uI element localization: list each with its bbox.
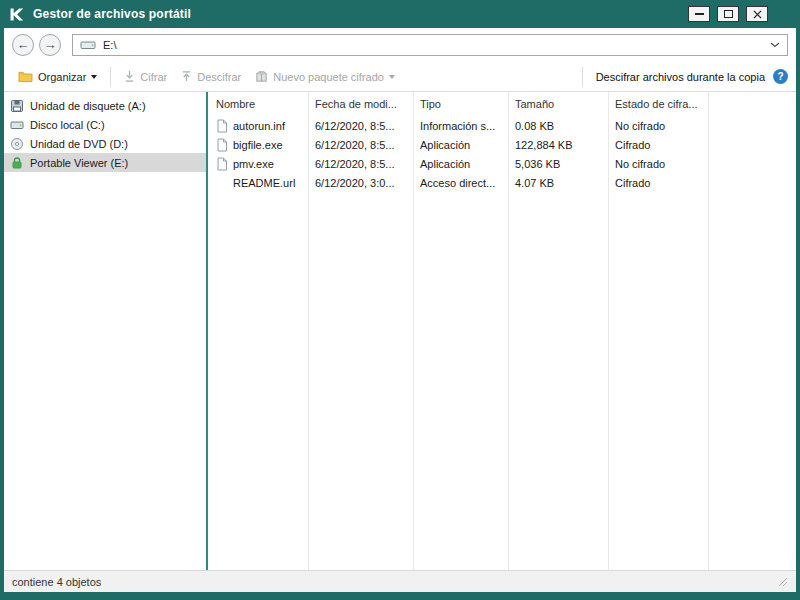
decrypt-arrow-up-icon: [181, 70, 192, 83]
drive-sidebar: Unidad de disquete (A:) Disco local (C:)…: [4, 92, 206, 570]
new-encrypted-package-button[interactable]: Nuevo paquete cifrado: [249, 67, 401, 86]
file-icon: [216, 119, 228, 133]
file-size: 0.08 KB: [508, 120, 608, 132]
file-type: Acceso direct...: [413, 177, 508, 189]
sidebar-item-label: Unidad de DVD (D:): [30, 138, 128, 150]
file-date: 6/12/2020, 8:5...: [308, 120, 413, 132]
file-size: 5,036 KB: [508, 158, 608, 170]
dvd-icon: [10, 137, 24, 151]
sidebar-item-label: Portable Viewer (E:): [30, 157, 128, 169]
sidebar-item-floppy-a[interactable]: Unidad de disquete (A:): [4, 96, 206, 115]
file-name-cell: bigfile.exe: [208, 138, 308, 152]
forward-button[interactable]: →: [39, 34, 61, 56]
file-row[interactable]: autorun.inf 6/12/2020, 8:5... Informació…: [208, 116, 796, 135]
address-path: E:\: [103, 39, 116, 51]
status-bar: contiene 4 objetos: [4, 570, 796, 592]
address-bar[interactable]: E:\: [72, 34, 788, 56]
window-body: ← → E:\ Organizar: [4, 28, 796, 592]
decrypt-button[interactable]: Descifrar: [175, 67, 247, 86]
toolbar: Organizar Cifrar Descifrar Nuev: [4, 62, 796, 92]
address-dropdown-button[interactable]: [770, 42, 780, 48]
window-controls: [688, 6, 768, 22]
organize-button[interactable]: Organizar: [12, 67, 103, 86]
organize-label: Organizar: [38, 71, 86, 83]
decrypt-on-copy-label: Descifrar archivos durante la copia: [596, 71, 765, 83]
window-title: Gestor de archivos portátil: [33, 7, 191, 21]
file-encryption-status: No cifrado: [608, 120, 708, 132]
file-size: 122,884 KB: [508, 139, 608, 151]
file-name-cell: autorun.inf: [208, 119, 308, 133]
encrypt-label: Cifrar: [140, 71, 167, 83]
folder-icon: [18, 70, 33, 83]
maximize-icon: [724, 10, 733, 18]
file-name: pmv.exe: [233, 158, 274, 170]
file-encryption-status: Cifrado: [608, 139, 708, 151]
encrypt-arrow-down-icon: [124, 70, 135, 83]
drive-icon: [80, 39, 96, 51]
sidebar-item-label: Unidad de disquete (A:): [30, 100, 146, 112]
file-type: Aplicación: [413, 139, 508, 151]
sidebar-item-dvd-d[interactable]: Unidad de DVD (D:): [4, 134, 206, 153]
resize-grip[interactable]: [778, 577, 788, 587]
help-icon[interactable]: ?: [773, 69, 788, 84]
toolbar-right-group: Descifrar archivos durante la copia ?: [577, 67, 788, 87]
file-name: autorun.inf: [233, 120, 285, 132]
file-row[interactable]: README.url 6/12/2020, 3:0... Acceso dire…: [208, 173, 796, 192]
back-button[interactable]: ←: [12, 34, 34, 56]
portable-file-manager-window: Gestor de archivos portátil ← →: [0, 0, 800, 600]
title-bar: Gestor de archivos portátil: [4, 0, 796, 28]
file-encryption-status: Cifrado: [608, 177, 708, 189]
column-header-type[interactable]: Tipo: [413, 98, 508, 110]
toolbar-separator: [110, 67, 111, 87]
minimize-button[interactable]: [688, 6, 710, 22]
new-package-label: Nuevo paquete cifrado: [273, 71, 384, 83]
navigation-bar: ← → E:\: [4, 28, 796, 62]
file-row[interactable]: pmv.exe 6/12/2020, 8:5... Aplicación 5,0…: [208, 154, 796, 173]
sidebar-item-local-disk-c[interactable]: Disco local (C:): [4, 115, 206, 134]
maximize-button[interactable]: [717, 6, 739, 22]
status-text: contiene 4 objetos: [12, 576, 101, 588]
lock-drive-icon: [10, 156, 24, 170]
decrypt-label: Descifrar: [197, 71, 241, 83]
chevron-down-icon: [389, 75, 395, 79]
column-header-encryption-status[interactable]: Estado de cifra...: [608, 98, 708, 110]
kaspersky-logo-icon: [8, 6, 25, 23]
close-icon: [753, 10, 762, 19]
package-icon: [255, 70, 268, 83]
file-date: 6/12/2020, 8:5...: [308, 158, 413, 170]
file-name-cell: pmv.exe: [208, 157, 308, 171]
minimize-icon: [695, 13, 704, 15]
floppy-icon: [10, 99, 24, 113]
column-header-date[interactable]: Fecha de modi...: [308, 98, 413, 110]
file-date: 6/12/2020, 8:5...: [308, 139, 413, 151]
file-row[interactable]: bigfile.exe 6/12/2020, 8:5... Aplicación…: [208, 135, 796, 154]
column-header-name[interactable]: Nombre: [208, 98, 308, 110]
close-button[interactable]: [746, 6, 768, 22]
toolbar-separator: [582, 67, 583, 87]
column-headers: Nombre Fecha de modi... Tipo Tamaño Esta…: [208, 92, 796, 116]
file-icon: [216, 157, 228, 171]
file-type: Información s...: [413, 120, 508, 132]
file-name-cell: README.url: [208, 176, 308, 190]
file-icon-placeholder: [216, 176, 228, 190]
file-name: bigfile.exe: [233, 139, 283, 151]
sidebar-item-portable-viewer-e[interactable]: Portable Viewer (E:): [4, 153, 206, 172]
file-name: README.url: [233, 177, 295, 189]
encrypt-button[interactable]: Cifrar: [118, 67, 173, 86]
hard-disk-icon: [10, 118, 24, 132]
sidebar-item-label: Disco local (C:): [30, 119, 105, 131]
file-encryption-status: No cifrado: [608, 158, 708, 170]
file-type: Aplicación: [413, 158, 508, 170]
file-icon: [216, 138, 228, 152]
file-date: 6/12/2020, 3:0...: [308, 177, 413, 189]
column-header-size[interactable]: Tamaño: [508, 98, 608, 110]
chevron-down-icon: [91, 75, 97, 79]
file-size: 4.07 KB: [508, 177, 608, 189]
content-area: Unidad de disquete (A:) Disco local (C:)…: [4, 92, 796, 570]
file-list: Nombre Fecha de modi... Tipo Tamaño Esta…: [208, 92, 796, 570]
